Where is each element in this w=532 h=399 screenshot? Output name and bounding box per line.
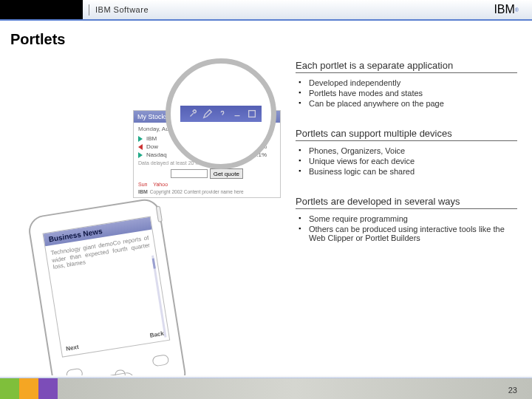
pda-screen: Business News Technology giant demoCo re… <box>42 216 170 358</box>
section-heading-2: Portlets can support multiple devices <box>296 128 517 141</box>
stock-symbol: Dow <box>146 143 174 150</box>
page-number: 23 <box>508 386 517 395</box>
link-sun[interactable]: Sun <box>138 182 147 187</box>
get-quote-button[interactable]: Get quote <box>210 168 243 179</box>
wrench-icon[interactable] <box>188 109 198 119</box>
portlet-title: My Stocks <box>137 113 168 120</box>
magnifier-lens <box>166 58 276 169</box>
help-icon[interactable] <box>217 109 228 119</box>
pencil-icon[interactable] <box>202 109 213 119</box>
registered-mark: ® <box>515 7 519 13</box>
down-triangle-icon <box>138 152 143 158</box>
header-section-title: IBM Software <box>95 5 149 14</box>
bullet-item: Developed independently <box>299 78 517 88</box>
stock-symbol: Nasdaq <box>146 151 174 158</box>
bullet-item: Phones, Organizers, Voice <box>299 146 517 156</box>
bullet-item: Business logic can be shared <box>299 166 517 177</box>
illustration-area: My Stocks ✎ ? – ▢ Monday, August 5, 2002… <box>0 55 296 329</box>
header-bar: IBM Software IBM ® <box>0 0 532 21</box>
footer <box>0 378 532 399</box>
section-heading-3: Portlets are developed in several ways <box>296 196 517 209</box>
copyright-text: Copyright 2002 Content provider name her… <box>150 189 244 194</box>
pda-next-button[interactable]: Next <box>66 344 80 352</box>
portlet-links: Sun Yahoo <box>138 182 276 187</box>
header-logo-area: IBM ® <box>494 3 519 16</box>
pda-scrollbar[interactable] <box>151 256 166 338</box>
footer-orange-block <box>19 378 38 399</box>
footer-purple-block <box>38 378 58 399</box>
down-triangle-icon <box>138 136 143 142</box>
tiny-ibm-logo: IBM <box>138 189 148 194</box>
svg-rect-0 <box>249 111 256 117</box>
pda-soft-right <box>151 354 169 366</box>
text-column: Each portlet is a separate application D… <box>296 55 517 329</box>
up-triangle-icon <box>138 144 143 150</box>
bullet-item: Others can be produced using interactive… <box>299 224 517 243</box>
bullet-item: Unique views for each device <box>299 156 517 166</box>
portlet-copyright: IBM Copyright 2002 Content provider name… <box>138 189 276 194</box>
minimize-icon[interactable] <box>232 109 242 119</box>
pda-device: Business News Technology giant demoCo re… <box>27 191 229 399</box>
maximize-icon[interactable] <box>247 109 257 119</box>
section-heading-1: Each portlet is a separate application <box>296 60 517 73</box>
footer-green-block <box>0 378 19 399</box>
bullet-list-3: Some require programming Others can be p… <box>299 214 517 243</box>
pda-back-button[interactable]: Back <box>149 330 164 339</box>
quote-row: Get quote <box>138 168 276 179</box>
slide-title: Portlets <box>10 31 532 48</box>
header-black-block <box>0 0 83 19</box>
bullet-item: Some require programming <box>299 214 517 224</box>
footer-gray-strip <box>58 378 532 399</box>
quote-input[interactable] <box>171 169 208 178</box>
bullet-list-2: Phones, Organizers, Voice Unique views f… <box>299 146 517 177</box>
link-yahoo[interactable]: Yahoo <box>153 182 168 187</box>
bullet-list-1: Developed independently Portlets have mo… <box>299 78 517 109</box>
magnified-toolbar <box>180 106 262 122</box>
ibm-logo: IBM <box>494 3 514 16</box>
pda-side-button <box>156 205 163 222</box>
bullet-item: Can be placed anywhere on the page <box>299 98 517 109</box>
bullet-item: Portlets have modes and states <box>299 88 517 98</box>
divider <box>89 4 89 16</box>
